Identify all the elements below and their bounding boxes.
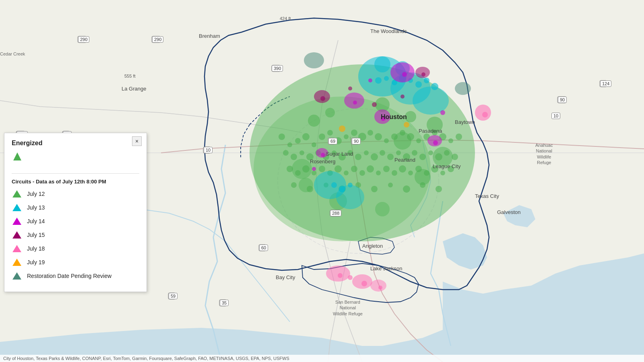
svg-point-139 bbox=[378, 286, 382, 290]
svg-point-93 bbox=[436, 186, 442, 192]
svg-point-43 bbox=[299, 150, 304, 155]
svg-point-129 bbox=[348, 86, 352, 90]
svg-point-73 bbox=[367, 165, 374, 173]
pending-label: Restoration Date Pending Review bbox=[27, 273, 111, 279]
svg-point-57 bbox=[412, 150, 417, 156]
svg-point-111 bbox=[348, 183, 353, 187]
svg-point-71 bbox=[351, 166, 357, 172]
svg-point-109 bbox=[331, 182, 337, 188]
svg-point-31 bbox=[384, 138, 389, 143]
svg-point-126 bbox=[415, 67, 430, 78]
svg-point-120 bbox=[321, 153, 325, 157]
svg-point-25 bbox=[334, 137, 342, 144]
svg-point-99 bbox=[374, 56, 390, 72]
legend-item-pending: Restoration Date Pending Review bbox=[12, 271, 139, 281]
svg-rect-151 bbox=[330, 210, 341, 216]
svg-rect-145 bbox=[272, 65, 281, 72]
svg-marker-165 bbox=[12, 259, 21, 266]
svg-point-37 bbox=[432, 130, 438, 136]
july15-label: July 15 bbox=[27, 232, 45, 238]
svg-point-130 bbox=[372, 102, 377, 107]
svg-point-137 bbox=[338, 273, 343, 278]
svg-point-112 bbox=[390, 62, 415, 82]
svg-point-19 bbox=[287, 142, 292, 147]
svg-point-62 bbox=[452, 154, 458, 160]
pending-swatch bbox=[12, 271, 22, 281]
svg-point-101 bbox=[375, 77, 382, 84]
svg-point-18 bbox=[279, 134, 285, 140]
svg-point-44 bbox=[306, 153, 314, 160]
svg-point-33 bbox=[400, 130, 405, 136]
svg-point-27 bbox=[351, 130, 357, 136]
svg-point-80 bbox=[424, 170, 429, 176]
svg-point-21 bbox=[302, 133, 310, 140]
svg-point-74 bbox=[376, 171, 381, 175]
svg-point-72 bbox=[359, 170, 365, 176]
svg-point-34 bbox=[407, 133, 414, 140]
svg-point-133 bbox=[326, 265, 350, 282]
close-button[interactable]: × bbox=[132, 136, 142, 146]
svg-point-54 bbox=[387, 154, 394, 160]
legend-item-july15: July 15 bbox=[12, 230, 139, 240]
legend-energized-title: Energized bbox=[12, 140, 139, 147]
svg-point-29 bbox=[367, 130, 373, 136]
july13-label: July 13 bbox=[27, 204, 45, 211]
legend-item-july13: July 13 bbox=[12, 202, 139, 213]
svg-point-75 bbox=[383, 166, 390, 172]
svg-point-91 bbox=[403, 185, 410, 193]
svg-point-23 bbox=[319, 134, 325, 140]
svg-rect-153 bbox=[168, 293, 175, 299]
svg-point-107 bbox=[424, 78, 429, 83]
svg-rect-150 bbox=[351, 138, 359, 144]
svg-point-14 bbox=[375, 202, 390, 216]
svg-marker-163 bbox=[12, 231, 21, 239]
svg-point-63 bbox=[287, 166, 293, 172]
july14-swatch bbox=[12, 216, 22, 226]
energized-icon bbox=[12, 151, 23, 162]
svg-marker-161 bbox=[12, 204, 21, 211]
svg-point-132 bbox=[475, 105, 491, 121]
svg-point-136 bbox=[482, 112, 488, 117]
svg-rect-149 bbox=[328, 138, 335, 144]
svg-rect-152 bbox=[259, 245, 266, 251]
svg-point-69 bbox=[334, 165, 342, 173]
svg-point-128 bbox=[421, 72, 425, 76]
svg-point-119 bbox=[381, 116, 386, 121]
svg-point-77 bbox=[399, 165, 406, 173]
svg-point-59 bbox=[428, 150, 433, 155]
svg-point-58 bbox=[419, 154, 426, 160]
legend-circuits-subtitle: Circuits - Data as of July 12th 8:00 PM bbox=[12, 179, 139, 185]
svg-point-53 bbox=[380, 150, 385, 156]
svg-point-89 bbox=[371, 186, 378, 192]
svg-point-138 bbox=[361, 281, 367, 286]
svg-point-40 bbox=[456, 134, 462, 140]
svg-point-56 bbox=[403, 153, 410, 160]
svg-point-66 bbox=[312, 171, 316, 175]
svg-point-32 bbox=[391, 134, 398, 140]
svg-point-35 bbox=[416, 138, 421, 143]
svg-point-121 bbox=[433, 140, 438, 145]
svg-point-92 bbox=[420, 182, 425, 188]
svg-point-51 bbox=[364, 150, 369, 155]
svg-rect-154 bbox=[219, 300, 227, 306]
svg-point-143 bbox=[304, 52, 324, 68]
svg-point-131 bbox=[400, 95, 405, 99]
july18-label: July 18 bbox=[27, 245, 45, 252]
svg-point-41 bbox=[283, 150, 289, 156]
svg-point-118 bbox=[353, 101, 357, 105]
legend-item-july14: July 14 bbox=[12, 216, 139, 226]
svg-point-24 bbox=[327, 130, 333, 136]
svg-marker-159 bbox=[13, 152, 21, 160]
july19-swatch bbox=[12, 257, 22, 267]
svg-point-78 bbox=[408, 171, 413, 175]
svg-point-55 bbox=[396, 150, 401, 155]
july12-swatch bbox=[12, 189, 22, 199]
svg-rect-148 bbox=[203, 147, 211, 153]
svg-point-122 bbox=[368, 78, 372, 82]
svg-point-76 bbox=[392, 170, 397, 176]
svg-point-9 bbox=[405, 111, 416, 122]
svg-point-20 bbox=[295, 138, 301, 144]
svg-point-84 bbox=[291, 182, 297, 188]
svg-point-85 bbox=[307, 186, 313, 192]
svg-point-140 bbox=[348, 275, 353, 280]
